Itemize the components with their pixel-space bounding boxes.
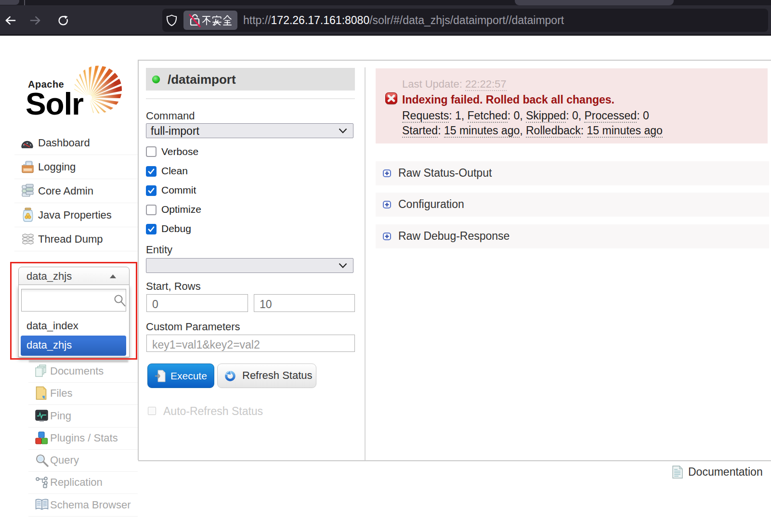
svg-text:Solr: Solr — [26, 87, 83, 121]
